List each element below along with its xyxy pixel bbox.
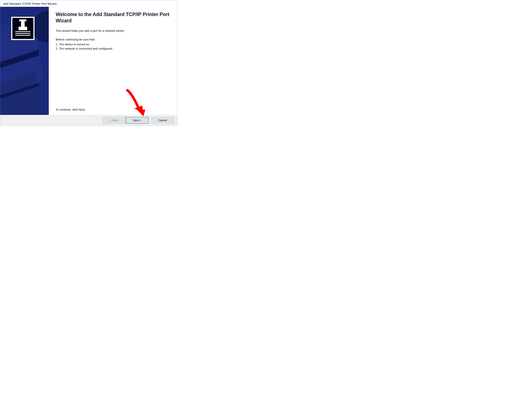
prereq-item-2: 2. The network is connected and configur… [56,47,172,51]
wizard-footer: < Back Next > Cancel [0,115,177,125]
printer-stamp-icon [11,17,35,40]
intro-text: This wizard helps you add a port for a n… [56,29,172,33]
before-label: Before continuing be sure that: [56,37,172,41]
nav-button-group: < Back Next > [103,117,149,124]
wizard-body: Welcome to the Add Standard TCP/IP Print… [0,7,177,115]
window-title: Add Standard TCP/IP Printer Port Wizard [0,0,177,7]
svg-rect-2 [15,32,30,33]
wizard-window: Add Standard TCP/IP Printer Port Wizard [0,0,177,126]
svg-rect-3 [15,34,30,35]
wizard-sidebar [0,7,49,115]
prereq-item-1: 1. The device is turned on. [56,42,172,47]
back-button: < Back [103,117,126,124]
page-heading: Welcome to the Add Standard TCP/IP Print… [56,11,172,24]
cancel-button[interactable]: Cancel [151,117,174,124]
wizard-content: Welcome to the Add Standard TCP/IP Print… [49,7,177,115]
continue-hint: To continue, click Next. [56,108,172,114]
next-button[interactable]: Next > [126,117,149,124]
prerequisites: Before continuing be sure that: 1. The d… [56,37,172,51]
